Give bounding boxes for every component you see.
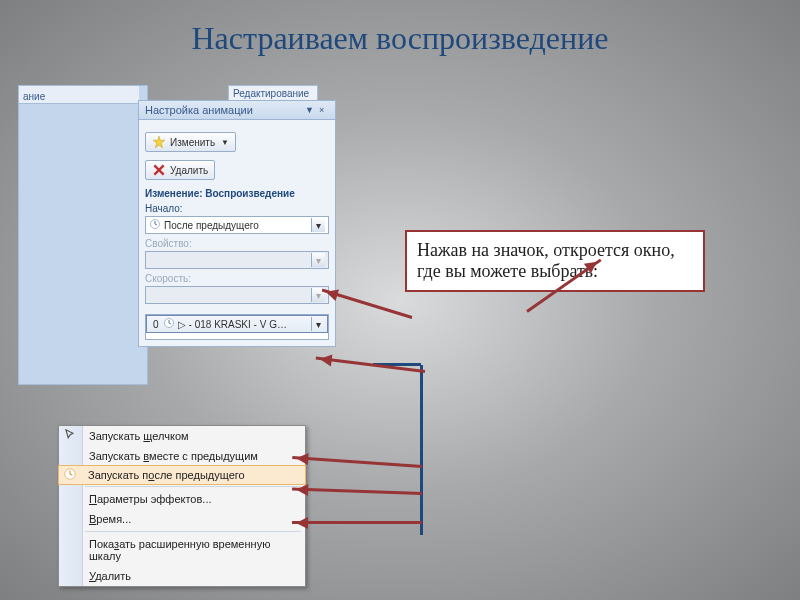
svg-marker-0 — [153, 136, 165, 148]
clock-icon — [63, 467, 79, 483]
clock-icon — [149, 218, 161, 232]
menu-show-timeline[interactable]: Показать расширенную временную шкалу — [59, 534, 305, 566]
start-dropdown-value: После предыдущего — [164, 220, 259, 231]
clock-icon — [163, 317, 175, 331]
task-pane-header: Настройка анимации ▼ × — [139, 101, 335, 120]
chevron-down-icon: ▾ — [311, 253, 325, 267]
menu-start-on-click[interactable]: Запускать щелчком — [59, 426, 305, 446]
start-dropdown[interactable]: После предыдущего ▾ — [145, 216, 329, 234]
anim-item-dropdown-toggle[interactable]: ▾ — [311, 317, 325, 331]
remove-effect-button[interactable]: Удалить — [145, 160, 215, 180]
play-icon: ▷ — [178, 319, 186, 330]
arrow-to-timeline — [292, 521, 422, 524]
change-effect-label: Изменить — [170, 137, 215, 148]
instruction-callout: Нажав на значок, откроется окно, где вы … — [405, 230, 705, 292]
speed-dropdown: ▾ — [145, 286, 329, 304]
mouse-click-icon — [63, 428, 79, 444]
editor-background: ание — [18, 85, 148, 385]
menu-separator — [85, 531, 301, 532]
task-pane-dropdown-icon[interactable]: ▼ — [305, 105, 315, 115]
anim-index: 0 — [153, 319, 159, 330]
ribbon-group-label: ание — [19, 89, 49, 104]
menu-timing[interactable]: Время... — [59, 509, 305, 529]
speed-label: Скорость: — [145, 273, 329, 284]
chevron-down-icon: ▼ — [221, 138, 229, 147]
start-label: Начало: — [145, 203, 329, 214]
animation-list-item[interactable]: 0 ▷ - 018 KRASKI - V G… ▾ — [146, 315, 328, 333]
app-screenshot: ание Редактирование Настройка анимации ▼… — [18, 85, 338, 585]
delete-x-icon — [152, 163, 166, 177]
animation-task-pane: Настройка анимации ▼ × Изменить ▼ — [138, 100, 336, 347]
effect-section-title: Изменение: Воспроизведение — [145, 188, 329, 199]
chevron-down-icon: ▾ — [311, 218, 325, 232]
task-pane-title: Настройка анимации — [145, 104, 253, 116]
menu-remove[interactable]: Удалить — [59, 566, 305, 586]
menu-start-after-previous[interactable]: Запускать после предыдущего — [58, 465, 306, 485]
property-dropdown: ▾ — [145, 251, 329, 269]
star-effect-icon — [152, 135, 166, 149]
menu-start-with-previous[interactable]: Запускать вместе с предыдущим — [59, 446, 305, 466]
remove-effect-label: Удалить — [170, 165, 208, 176]
task-pane-close-icon[interactable]: × — [319, 105, 329, 115]
menu-separator — [85, 486, 301, 487]
menu-effect-options[interactable]: Параметры эффектов... — [59, 489, 305, 509]
animation-list: 0 ▷ - 018 KRASKI - V G… ▾ — [145, 314, 329, 340]
anim-item-name: - 018 KRASKI - V G… — [189, 319, 311, 330]
change-effect-button[interactable]: Изменить ▼ — [145, 132, 236, 152]
guide-vertical-line — [420, 365, 423, 535]
animation-context-menu: Запускать щелчком Запускать вместе с пре… — [58, 425, 306, 587]
ribbon-fragment: ание — [19, 86, 139, 104]
property-label: Свойство: — [145, 238, 329, 249]
slide-title: Настраиваем воспроизведение — [0, 0, 800, 57]
